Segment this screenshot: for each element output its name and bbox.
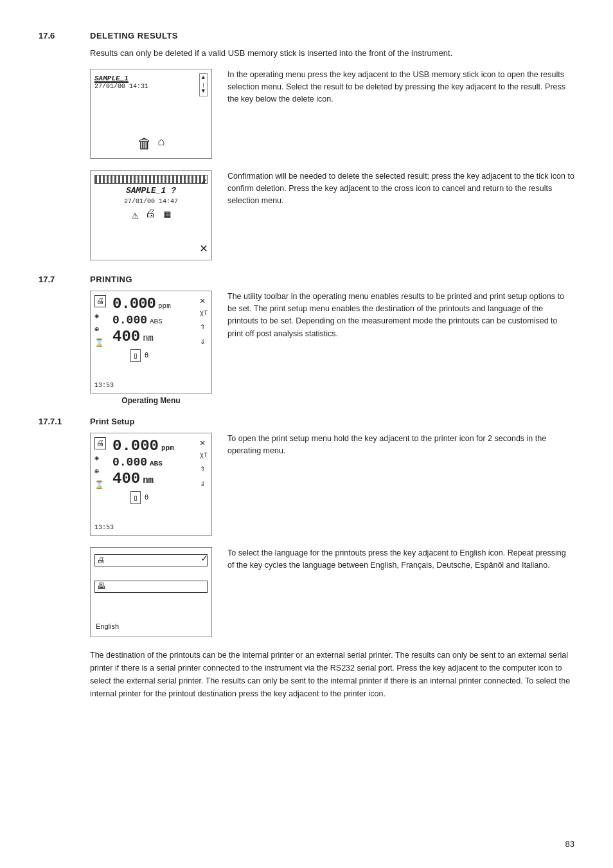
section-17-7-1-header: 17.7.1 Print Setup <box>39 417 574 426</box>
diamond-icon: ◈ <box>94 311 106 321</box>
zero-label: θ <box>145 352 149 359</box>
printer-icon: 🖨 <box>94 295 106 307</box>
operating-menu-caption: Operating Menu <box>121 396 180 405</box>
section-17-6-title: DELETING RESULTS <box>90 31 178 41</box>
print-setup2-left-icons: 🖨 🖶 <box>94 552 208 593</box>
section-footer-text: The destination of the printouts can be … <box>90 649 574 700</box>
section-17-6-number: 17.6 <box>39 31 77 41</box>
figure-operating-menu: 🖨 ◈ ⊕ ⌛ 0.000 ppm 0.000 ABS <box>90 291 212 393</box>
section-17-7-header: 17.7 PRINTING <box>39 275 574 284</box>
percent-t-label: χT <box>200 310 208 317</box>
operating-main-display: 0.000 ppm 0.000 ABS 400 nm ▯ θ <box>112 295 190 362</box>
fig-delete2-sample-name: SAMPLE_1 ? <box>94 186 208 195</box>
fig-delete2-sample-label: SAMPLE_1 ? <box>126 186 176 195</box>
print-setup1-left-icons: 🖨 ◈ ⊕ ⌛ <box>94 437 106 490</box>
trash2-icon: ▦ <box>164 208 171 222</box>
scroll-down-icon: ▼ <box>202 89 205 95</box>
close-x2-icon: ✕ <box>200 437 208 448</box>
serial-printer-icon: 🖶 <box>94 581 208 593</box>
arrow-up2-icon: ⇑ <box>200 463 208 474</box>
figure-row-print-setup2: ✓ 🖨 🖶 English To select the language for… <box>90 547 574 637</box>
print-ppm-row: 0.000 ppm <box>112 437 190 455</box>
section-17-7-1-title: Print Setup <box>90 417 134 426</box>
close-x-icon: ✕ <box>200 295 208 306</box>
operating-right-icons: ✕ χT ⇑ ⇓ <box>200 295 208 347</box>
figure-delete2: SAMPLE_1 ? 27/01/00 14:47 ⚠ 🖨 ▦ ✓ ✕ <box>90 170 212 260</box>
english-label-container: English <box>96 620 119 630</box>
cuvette2-icon: ▯ <box>130 491 141 504</box>
abs-unit-label: ABS <box>150 318 163 325</box>
fig-delete1-sample-label: SAMPLE_1 <box>94 75 129 83</box>
section-17-7-body: 🖨 ◈ ⊕ ⌛ 0.000 ppm 0.000 ABS <box>90 291 574 405</box>
print-setup1-right-icons: ✕ χT ⇑ ⇓ <box>200 437 208 489</box>
figure-row-delete1: SAMPLE_1 27/01/00 14:31 ▲ | ▼ 🗑 ⌂ In the… <box>90 69 574 159</box>
ppm-display-row: 0.000 ppm <box>112 295 190 312</box>
fig-delete2-hatched-bar <box>94 175 208 184</box>
scroll-indicator: | <box>202 82 205 87</box>
operating-menu-description: The utility toolbar in the operating men… <box>227 291 574 341</box>
printer2-icon: 🖨 <box>94 437 106 449</box>
section-17-7-1-number: 17.7.1 <box>39 417 77 426</box>
print-abs-unit: ABS <box>150 460 163 467</box>
fig-delete1-bottom-icons: 🗑 ⌂ <box>138 136 165 153</box>
ppm-value: 0.000 <box>112 295 155 312</box>
diamond2-icon: ◈ <box>94 453 106 463</box>
nm-value: 400 <box>112 328 140 345</box>
cross-icon: ✕ <box>200 240 208 256</box>
arrow-up-icon: ⇑ <box>200 321 208 332</box>
print-ppm-unit: ppm <box>161 444 174 452</box>
english-label: English <box>96 622 119 630</box>
operating-timestamp: 13:53 <box>94 382 114 389</box>
print-nm-unit: nm <box>143 475 154 485</box>
section-17-7-number: 17.7 <box>39 275 77 284</box>
ppm-unit-label: ppm <box>158 302 171 310</box>
abs-value: 0.000 <box>112 314 147 327</box>
fig-delete1-top: SAMPLE_1 27/01/00 14:31 ▲ | ▼ <box>94 73 208 96</box>
section-17-6-intro: Results can only be deleted if a valid U… <box>90 47 574 60</box>
print-icon: 🖨 <box>145 208 155 222</box>
arrow-down2-icon: ⇓ <box>200 478 208 489</box>
hourglass2-icon: ⌛ <box>94 480 106 490</box>
operating-bottom-row: ▯ θ <box>130 349 190 362</box>
nm-display-row: 400 nm <box>112 328 190 345</box>
scroll-up-icon: ▲ <box>202 75 205 81</box>
figure-row-print-setup1: 🖨 ◈ ⊕ ⌛ 0.000 ppm 0.000 ABS 400 nm <box>90 433 574 536</box>
fig-delete1-sample-info: SAMPLE_1 27/01/00 14:31 <box>94 73 148 90</box>
cuvette-icon: ▯ <box>130 349 141 362</box>
print-setup-tick-icon: ✓ <box>201 552 208 565</box>
usb-icon: ⌂ <box>158 136 165 153</box>
print-setup1-description: To open the print setup menu hold the ke… <box>227 433 574 458</box>
operating-menu-figure-wrapper: 🖨 ◈ ⊕ ⌛ 0.000 ppm 0.000 ABS <box>90 291 212 405</box>
tick-icon: ✓ <box>201 175 208 188</box>
print-ppm-value: 0.000 <box>112 437 159 455</box>
page-number: 83 <box>565 839 574 849</box>
figure-print-setup2: ✓ 🖨 🖶 English <box>90 547 212 637</box>
print-abs-row: 0.000 ABS <box>112 456 190 469</box>
fig-delete2-icons: ⚠ 🖨 ▦ <box>94 208 208 222</box>
print-nm-row: 400 nm <box>112 470 190 487</box>
section-17-6-header: 17.6 DELETING RESULTS <box>39 31 574 41</box>
fig-delete1-description: In the operating menu press the key adja… <box>227 69 574 106</box>
print-nm-value: 400 <box>112 470 140 487</box>
figure-print-setup1: 🖨 ◈ ⊕ ⌛ 0.000 ppm 0.000 ABS 400 nm <box>90 433 212 536</box>
printer3-icon: 🖨 <box>94 554 208 566</box>
print-setup1-bottom-row: ▯ θ <box>130 491 190 504</box>
print-setup2-description: To select the language for the printouts… <box>227 547 574 572</box>
print-setup1-main-display: 0.000 ppm 0.000 ABS 400 nm ▯ θ <box>112 437 190 504</box>
section-17-7-1-body: 🖨 ◈ ⊕ ⌛ 0.000 ppm 0.000 ABS 400 nm <box>90 433 574 700</box>
settings-icon: ⊕ <box>94 325 106 334</box>
print-abs-value: 0.000 <box>112 456 147 469</box>
fig-delete2-datetime: 27/01/00 14:47 <box>94 198 208 205</box>
section-17-7-title: PRINTING <box>90 275 132 284</box>
section-17-6-body: Results can only be deleted if a valid U… <box>90 47 574 260</box>
print-setup1-timestamp: 13:53 <box>94 524 114 531</box>
operating-left-icons: 🖨 ◈ ⊕ ⌛ <box>94 295 106 348</box>
trash-icon: 🗑 <box>138 136 152 153</box>
zero2-label: θ <box>145 494 149 502</box>
figure-row-operating: 🖨 ◈ ⊕ ⌛ 0.000 ppm 0.000 ABS <box>90 291 574 405</box>
fig-delete1-datetime: 27/01/00 14:31 <box>94 83 148 90</box>
hourglass-icon: ⌛ <box>94 338 106 348</box>
arrow-down-icon: ⇓ <box>200 336 208 347</box>
fig-delete1-right-icons: ▲ | ▼ <box>199 73 208 96</box>
percent-t2-label: χT <box>200 452 208 459</box>
